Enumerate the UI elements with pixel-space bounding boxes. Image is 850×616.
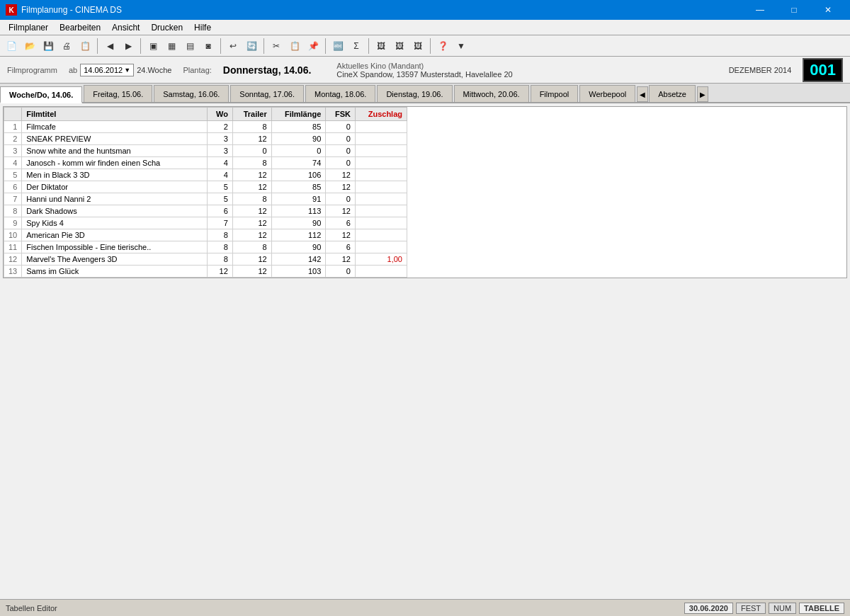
cell-filmtitel: Der Diktator: [22, 181, 208, 193]
menu-item-hilfe[interactable]: Hilfe: [188, 21, 217, 34]
table-row[interactable]: 3Snow white and the huntsman3000: [4, 145, 407, 157]
tab-9[interactable]: Absetze: [649, 85, 696, 102]
cell-fsk: 0: [326, 145, 356, 157]
menu-item-ansicht[interactable]: Ansicht: [106, 21, 145, 34]
table-row[interactable]: 7Hanni und Nanni 258910: [4, 193, 407, 205]
toolbar-next[interactable]: ▶: [120, 38, 137, 55]
close-button[interactable]: ✕: [812, 0, 844, 20]
cell-fsk: 12: [326, 229, 356, 241]
tab-6[interactable]: Mittwoch, 20.06.: [454, 85, 529, 102]
table-row[interactable]: 8Dark Shadows61211312: [4, 205, 407, 217]
tab-0[interactable]: Woche/Do, 14.06.: [0, 86, 82, 103]
toolbar-save[interactable]: 💾: [40, 38, 57, 55]
toolbar-help[interactable]: ❓: [434, 38, 451, 55]
cell-zuschlag: 1,00: [355, 253, 407, 266]
cell-trailer: 8: [232, 121, 271, 133]
toolbar-img3[interactable]: 🖼: [409, 38, 426, 55]
status-bar: Tabellen Editor 30.06.2020 FEST NUM TABE…: [0, 599, 850, 616]
tab-3[interactable]: Sonntag, 17.06.: [230, 85, 304, 102]
table-row[interactable]: 13Sams im Glück12121030: [4, 266, 407, 278]
tab-4[interactable]: Montag, 18.06.: [305, 85, 375, 102]
toolbar-sep-7: [430, 38, 431, 54]
menu-item-bearbeiten[interactable]: Bearbeiten: [54, 21, 106, 34]
cell-nr: 6: [4, 181, 22, 193]
cell-filmtitel: Janosch - komm wir finden einen Scha: [22, 157, 208, 169]
cell-trailer: 12: [232, 253, 271, 266]
cell-zuschlag: [355, 229, 407, 241]
week-label: 24.Woche: [137, 66, 171, 74]
filmprogramm-label: Filmprogramm: [7, 66, 57, 74]
table-row[interactable]: 9Spy Kids 4712906: [4, 217, 407, 229]
tab-1[interactable]: Freitag, 15.06.: [84, 85, 152, 102]
toolbar-sort[interactable]: 🔤: [329, 38, 346, 55]
cell-wo: 6: [208, 205, 233, 217]
toolbar-refresh[interactable]: 🔄: [243, 38, 260, 55]
title-bar: K Filmplanung - CINEMA DS — □ ✕: [0, 0, 850, 20]
table-row[interactable]: 2SNEAK PREVIEW312900: [4, 133, 407, 145]
cell-fsk: 12: [326, 253, 356, 266]
toolbar-new[interactable]: 📄: [3, 38, 20, 55]
cell-filmtitel: Dark Shadows: [22, 205, 208, 217]
table-row[interactable]: 10American Pie 3D81211212: [4, 229, 407, 241]
tab-nav-next[interactable]: ▶: [697, 86, 708, 102]
kino-address: CineX Spandow, 13597 Musterstadt, Havela…: [336, 70, 512, 79]
cell-wo: 4: [208, 157, 233, 169]
table-row[interactable]: 5Men in Black 3 3D41210612: [4, 169, 407, 181]
cell-wo: 4: [208, 169, 233, 181]
cell-zuschlag: [355, 133, 407, 145]
menu-item-filmplaner[interactable]: Filmplaner: [3, 21, 54, 34]
toolbar-sum[interactable]: Σ: [348, 38, 365, 55]
toolbar-b3[interactable]: ▤: [181, 38, 198, 55]
toolbar-undo[interactable]: ↩: [225, 38, 242, 55]
cell-filmtitel: Marvel's The Avengers 3D: [22, 253, 208, 266]
cell-trailer: 8: [232, 241, 271, 253]
menu-item-drucken[interactable]: Drucken: [145, 21, 188, 34]
toolbar-b1[interactable]: ▣: [144, 38, 162, 55]
cell-nr: 8: [4, 205, 22, 217]
cell-fsk: 0: [326, 266, 356, 278]
cell-zuschlag: [355, 157, 407, 169]
table-row[interactable]: 6Der Diktator5128512: [4, 181, 407, 193]
table-row[interactable]: 12Marvel's The Avengers 3D812142121,00: [4, 253, 407, 266]
kino-label: Aktuelles Kino (Mandant): [336, 62, 512, 70]
tab-7[interactable]: Filmpool: [531, 85, 579, 102]
table-header: Filmtitel Wo Trailer Filmlänge FSK Zusch…: [4, 108, 407, 121]
date-input[interactable]: 14.06.2012 ▼: [80, 64, 134, 76]
tab-2[interactable]: Samstag, 16.06.: [154, 85, 229, 102]
col-zuschlag: Zuschlag: [355, 108, 407, 121]
kino-info: Aktuelles Kino (Mandant) CineX Spandow, …: [336, 62, 512, 79]
table-row[interactable]: 11Fischen Impossible - Eine tierische..8…: [4, 241, 407, 253]
toolbar-copy[interactable]: 📋: [286, 38, 303, 55]
toolbar-img1[interactable]: 🖼: [373, 38, 390, 55]
cell-filmtitel: SNEAK PREVIEW: [22, 133, 208, 145]
minimize-button[interactable]: —: [744, 0, 776, 20]
toolbar-open[interactable]: 📂: [21, 38, 38, 55]
toolbar-print[interactable]: 🖨: [58, 38, 75, 55]
toolbar-cut[interactable]: ✂: [268, 38, 285, 55]
toolbar-dropdown[interactable]: ▼: [453, 38, 470, 55]
cell-trailer: 12: [232, 181, 271, 193]
tab-nav-prev[interactable]: ◀: [637, 86, 648, 102]
table-row[interactable]: 4Janosch - komm wir finden einen Scha487…: [4, 157, 407, 169]
header-info: Filmprogramm ab 14.06.2012 ▼ 24.Woche Pl…: [0, 57, 850, 84]
toolbar-b2[interactable]: ▦: [163, 38, 180, 55]
cell-wo: 5: [208, 181, 233, 193]
table-row[interactable]: 1Filmcafe28850: [4, 121, 407, 133]
app-icon: K: [6, 4, 17, 16]
toolbar-b4[interactable]: ◙: [200, 38, 217, 55]
maximize-button[interactable]: □: [778, 0, 810, 20]
cell-wo: 8: [208, 229, 233, 241]
screen-number: 001: [803, 58, 843, 82]
toolbar-paste[interactable]: 📌: [305, 38, 322, 55]
tab-5[interactable]: Dienstag, 19.06.: [377, 85, 452, 102]
cell-filmtitel: Fischen Impossible - Eine tierische..: [22, 241, 208, 253]
toolbar-5[interactable]: 📋: [76, 38, 94, 55]
tab-8[interactable]: Werbepool: [579, 85, 635, 102]
toolbar-prev[interactable]: ◀: [101, 38, 118, 55]
toolbar-sep-4: [264, 38, 264, 54]
date-dropdown-icon[interactable]: ▼: [124, 67, 130, 74]
cell-nr: 13: [4, 266, 22, 278]
toolbar-sep-2: [140, 38, 141, 54]
toolbar-sep-1: [97, 38, 98, 54]
toolbar-img2[interactable]: 🖼: [391, 38, 408, 55]
